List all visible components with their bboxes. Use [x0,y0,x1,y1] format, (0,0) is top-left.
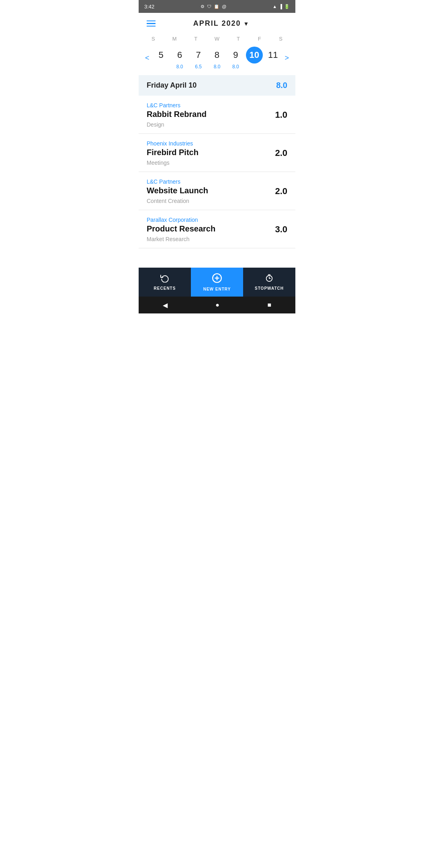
at-sign-icon: @ [222,4,226,9]
status-time: 3:42 [144,4,154,10]
entry-hours-2: 2.0 [275,186,287,197]
nav-stopwatch[interactable]: STOPWATCH [243,268,295,297]
time-entry-3[interactable]: Parallax Corporation Product Research 3.… [139,210,295,248]
wifi-icon: ▲ [272,4,277,9]
entry-row-2: Website Launch 2.0 [147,186,287,197]
settings-icon: ⚙ [201,4,205,9]
status-icons-left: ⚙ 🛡 📋 @ [201,4,226,9]
day-number-selected: 10 [246,47,263,63]
entry-project-0: Rabbit Rebrand [147,110,207,119]
time-entry-2[interactable]: L&C Partners Website Launch 2.0 Content … [139,172,295,210]
entry-client-2: L&C Partners [147,178,287,185]
total-hours-label: 8.0 [276,81,287,90]
calendar-day-headers: S M T W T F S [143,34,291,43]
day-header-tue: T [185,34,207,43]
time-entry-0[interactable]: L&C Partners Rabbit Rebrand 1.0 Design [139,96,295,134]
calendar-day-6[interactable]: 6 8.0 [170,45,189,71]
day-hours: 8.0 [214,64,221,70]
entry-task-0: Design [147,121,287,128]
date-banner: Friday April 10 8.0 [139,75,295,96]
calendar-day-5[interactable]: 5 [152,45,170,71]
day-header-sat: S [270,34,291,43]
recent-apps-button[interactable]: ■ [268,301,272,309]
day-header-fri: F [249,34,270,43]
calendar-week-row: < 5 6 8.0 7 6.5 8 8.0 9 8.0 10 [143,45,291,71]
day-header-mon: M [164,34,185,43]
entry-hours-0: 1.0 [275,110,287,120]
home-button[interactable]: ● [215,301,219,309]
day-header-thu: T [227,34,249,43]
hamburger-menu-button[interactable] [147,20,156,27]
day-number: 8 [209,47,225,63]
calendar-day-9[interactable]: 9 8.0 [226,45,245,71]
entry-project-2: Website Launch [147,186,208,195]
entry-client-0: L&C Partners [147,102,287,108]
entry-row-1: Firebird Pitch 2.0 [147,148,287,158]
entry-task-1: Meetings [147,160,287,166]
entry-hours-3: 3.0 [275,224,287,235]
app-header: APRIL 2020 ▼ [139,13,295,34]
day-number: 6 [171,47,188,63]
stopwatch-icon [265,274,274,285]
month-year-selector[interactable]: APRIL 2020 ▼ [156,19,287,28]
entry-hours-1: 2.0 [275,148,287,158]
day-header-wed: W [207,34,228,43]
calendar-day-8[interactable]: 8 8.0 [208,45,226,71]
new-entry-label: NEW ENTRY [203,287,231,291]
day-number: 5 [153,47,170,63]
chevron-down-icon: ▼ [243,20,250,27]
month-year-label: APRIL 2020 [193,19,241,28]
android-navigation-bar: ◀ ● ■ [139,297,295,313]
shield-icon: 🛡 [207,4,211,9]
stopwatch-label: STOPWATCH [255,286,284,291]
day-number: 11 [264,47,281,63]
entry-task-2: Content Creation [147,198,287,204]
entry-row-3: Product Research 3.0 [147,224,287,235]
entry-project-3: Product Research [147,224,215,233]
week-calendar: S M T W T F S < 5 6 8.0 7 6.5 8 8.0 [139,34,295,75]
selected-date-label: Friday April 10 [147,81,197,90]
nav-new-entry[interactable]: NEW ENTRY [191,268,243,297]
nav-recents[interactable]: RECENTS [139,268,191,297]
entry-project-1: Firebird Pitch [147,148,199,157]
calendar-dates: 5 6 8.0 7 6.5 8 8.0 9 8.0 10 11 [152,45,283,71]
time-entries-list: L&C Partners Rabbit Rebrand 1.0 Design P… [139,96,295,268]
day-number: 7 [190,47,207,63]
recents-icon [160,274,169,285]
day-header-sun: S [143,34,164,43]
signal-icon: ▐ [279,4,282,9]
back-button[interactable]: ◀ [163,301,168,309]
battery-icon: 🔋 [284,4,290,9]
prev-week-button[interactable]: < [143,54,152,62]
calendar-day-10[interactable]: 10 [245,45,264,71]
day-hours: 8.0 [232,64,239,70]
time-entry-1[interactable]: Phoenix Industries Firebird Pitch 2.0 Me… [139,134,295,172]
bottom-navigation: RECENTS NEW ENTRY STOPWATCH [139,268,295,297]
day-hours: 8.0 [176,64,183,70]
recents-label: RECENTS [154,286,176,291]
next-week-button[interactable]: > [282,54,291,62]
status-icons-right: ▲ ▐ 🔋 [272,4,290,9]
entry-task-3: Market Research [147,236,287,242]
day-number: 9 [227,47,244,63]
clipboard-icon: 📋 [214,4,219,9]
calendar-day-11[interactable]: 11 [264,45,282,71]
day-hours: 6.5 [195,64,202,70]
calendar-day-7[interactable]: 7 6.5 [189,45,207,71]
entry-client-3: Parallax Corporation [147,217,287,223]
new-entry-icon [212,273,222,285]
entry-row-0: Rabbit Rebrand 1.0 [147,110,287,120]
status-bar: 3:42 ⚙ 🛡 📋 @ ▲ ▐ 🔋 [139,0,295,13]
entry-client-1: Phoenix Industries [147,140,287,147]
